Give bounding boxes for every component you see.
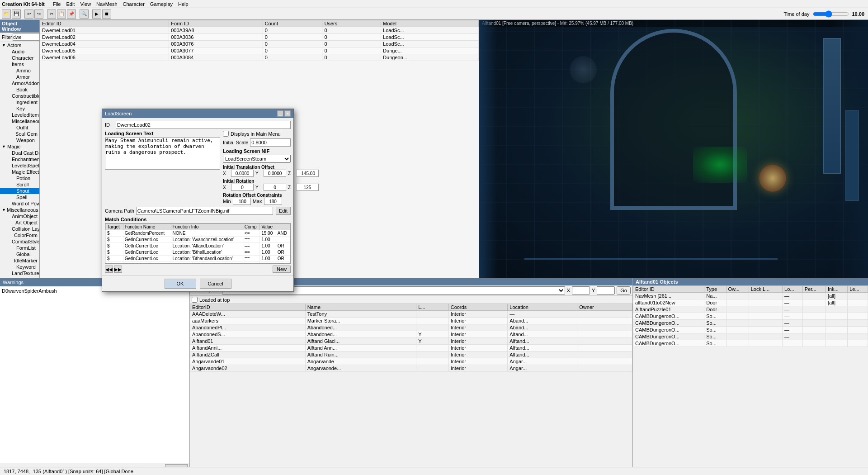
tree-item-enchantment[interactable]: Enchantment (0, 156, 39, 162)
tree-item-scroll[interactable]: Scroll (0, 181, 39, 188)
tx-input[interactable] (231, 170, 254, 177)
cell-table-row[interactable]: AbandonedS...Abandoned...YInteriorAltand… (190, 331, 632, 338)
dialog-id-input[interactable] (116, 121, 291, 129)
tree-item-miscellaneous[interactable]: ▼Miscellaneous (0, 207, 39, 213)
tree-item-idlemarker[interactable]: IdleMarker (0, 257, 39, 264)
y-input[interactable] (597, 286, 615, 294)
tree-item-outfit[interactable]: Outfit (0, 124, 39, 131)
tree-item-soul-gem[interactable]: Soul Gem (0, 131, 39, 137)
x-input[interactable] (572, 286, 590, 294)
object-table-row[interactable]: DwemeLoad01000A39A800LoadSc... (40, 27, 479, 34)
tree-item-armor[interactable]: Armor (0, 74, 39, 80)
cell-table-row[interactable]: Angarvaonde02Angarvaonde...InteriorAngar… (190, 365, 632, 372)
tree-item-leveleditem[interactable]: LeveledItem (0, 112, 39, 118)
dialog-minimize[interactable]: _ (277, 110, 283, 117)
toolbar-btn-1[interactable]: 📁 (2, 10, 11, 19)
rz-input[interactable] (296, 184, 319, 191)
time-slider[interactable] (813, 10, 849, 18)
tree-item-potion[interactable]: Potion (0, 175, 39, 181)
rx-input[interactable] (231, 184, 254, 191)
tree-item-shout[interactable]: Shout (0, 188, 39, 194)
alftand-table-row[interactable]: CAMBDungeronO...So...— (633, 313, 868, 320)
tree-item-global[interactable]: Global (0, 251, 39, 257)
nif-dropdown[interactable]: LoadScreenSteam (223, 155, 291, 163)
toolbar-btn-2[interactable]: 💾 (12, 10, 21, 19)
object-table-row[interactable]: DwemeLoad02000A303600LoadSc... (40, 34, 479, 41)
tree-item-art-object[interactable]: Art Object (0, 219, 39, 226)
object-table-row[interactable]: DwemeLoad06000A308400Dungeon... (40, 54, 479, 61)
match-table-row[interactable]: $GetRandomPercentNONE<=15.00AND (106, 230, 290, 237)
tree-item-word-of-power[interactable]: Word of Power (0, 200, 39, 207)
toolbar-btn-undo[interactable]: ↩ (24, 10, 33, 19)
ok-btn[interactable]: OK (165, 279, 196, 289)
tree-item-leveledspell[interactable]: LeveledSpell (0, 162, 39, 169)
tree-item-book[interactable]: Book (0, 86, 39, 93)
cell-table-row[interactable]: AlftandAnni...Alftand Ann...InteriorAlft… (190, 345, 632, 352)
edit-btn[interactable]: Edit (276, 207, 291, 215)
ty-input[interactable] (264, 170, 286, 177)
min-input[interactable] (233, 198, 251, 205)
tree-item-key[interactable]: Key (0, 105, 39, 112)
toolbar-btn-6[interactable]: 🔍 (80, 10, 89, 19)
alftand-table-row[interactable]: CAMBDungeronO...So...— (633, 340, 868, 347)
tree-item-landtexture[interactable]: LandTexture (0, 270, 39, 276)
tree-item-items[interactable]: Items (0, 61, 39, 67)
loaded-at-top-checkbox[interactable] (192, 297, 198, 303)
menu-item-navmesh[interactable]: NavMesh (94, 1, 120, 7)
match-table-row[interactable]: $GetInCurrentLocLocation: 'BthallLocatio… (106, 249, 290, 256)
menu-item-help[interactable]: Help (175, 1, 191, 7)
tree-item-formlist[interactable]: FormList (0, 245, 39, 251)
toolbar-btn-4[interactable]: 📋 (57, 10, 66, 19)
match-table-row[interactable]: $GetInCurrentLocLocation: 'BthandandLoca… (106, 256, 290, 262)
dialog-close[interactable]: ✕ (284, 110, 291, 117)
cell-table-row[interactable]: aaaMarkersMarker Stora...InteriorAband..… (190, 318, 632, 324)
cell-table-row[interactable]: Angarvande01AngarvandeInteriorAngar... (190, 358, 632, 365)
alftand-table-row[interactable]: CAMBDungeronO...So...— (633, 327, 868, 333)
alftand-table-row[interactable]: AlftandPuzzle01Door— (633, 306, 868, 313)
object-table-row[interactable]: DwemeLoad05000A307700Dunge... (40, 48, 479, 54)
loading-screen-textarea[interactable]: Many Steam Animunculi remain active, mak… (105, 137, 220, 170)
max-input[interactable] (264, 198, 282, 205)
tree-item-constructible-obj...[interactable]: Constructible Obj... (0, 93, 39, 99)
cell-table-row[interactable]: AbandonedPl...Abandoned...InteriorAband.… (190, 324, 632, 331)
camera-path-input[interactable] (136, 207, 273, 215)
tree-item-ammo[interactable]: Ammo (0, 67, 39, 74)
tree-item-miscellaneous[interactable]: Miscellaneous (0, 118, 39, 124)
cell-table-row[interactable]: AAADeleteW...TestTonyInterior— (190, 311, 632, 318)
menu-item-view[interactable]: View (77, 1, 94, 7)
tree-item-weapon[interactable]: Weapon (0, 137, 39, 143)
match-table-row[interactable]: $GetInCurrentLocLocation: 'AltandLocatio… (106, 243, 290, 249)
tree-item-audio[interactable]: Audio (0, 48, 39, 55)
match-table-row[interactable]: $GetInCurrentLocLocation: 'AvanchnzelLoc… (106, 237, 290, 243)
tree-item-magic[interactable]: ▼Magic (0, 143, 39, 150)
viewport[interactable]: Alftand01 [Free camera, perspective] - M… (479, 20, 868, 278)
tree-item-magic-effect[interactable]: Magic Effect (0, 169, 39, 175)
nav-next-btn[interactable]: ▶▶ (114, 266, 122, 273)
alftand-table-row[interactable]: CAMBDungeronO...So...— (633, 320, 868, 327)
toolbar-btn-7[interactable]: ▶ (92, 10, 101, 19)
tree-item-colorform[interactable]: ColorForm (0, 232, 39, 238)
menu-item-edit[interactable]: Edit (63, 1, 77, 7)
alftand-table-row[interactable]: NavMesh [261...Na...—[all] (633, 293, 868, 299)
filter-input[interactable] (13, 33, 40, 41)
cell-table-row[interactable]: Alftand01Alftand Glaci...YInteriorAlftan… (190, 338, 632, 345)
tree-item-animobject[interactable]: AnimObject (0, 213, 39, 219)
ry-input[interactable] (264, 184, 286, 191)
toolbar-btn-redo[interactable]: ↪ (34, 10, 43, 19)
menu-item-file[interactable]: File (50, 1, 64, 7)
toolbar-btn-8[interactable]: ⏹ (102, 10, 111, 19)
tree-item-actors[interactable]: ▼Actors (0, 42, 39, 48)
initial-scale-input[interactable] (250, 138, 291, 147)
alftand-table-row[interactable]: CAMBDungeronO...So...— (633, 333, 868, 340)
match-table-row[interactable]: $GetInCurrentLocLocation: 'TrkinghandLoc… (106, 262, 290, 264)
alftand-table-row[interactable]: alftand01to02NewDoor—[all] (633, 299, 868, 306)
cancel-btn[interactable]: Cancel (200, 279, 231, 289)
tree-item-dual-cast-data[interactable]: Dual Cast Data (0, 150, 39, 156)
go-btn[interactable]: Go (617, 286, 631, 294)
menu-item-gameplay[interactable]: Gameplay (147, 1, 175, 7)
tree-item-character[interactable]: Character (0, 55, 39, 61)
toolbar-btn-3[interactable]: ✂ (47, 10, 56, 19)
tree-item-collision-layer[interactable]: Collision Layer (0, 226, 39, 232)
toolbar-btn-5[interactable]: 📌 (67, 10, 76, 19)
tree-item-spell[interactable]: Spell (0, 194, 39, 200)
